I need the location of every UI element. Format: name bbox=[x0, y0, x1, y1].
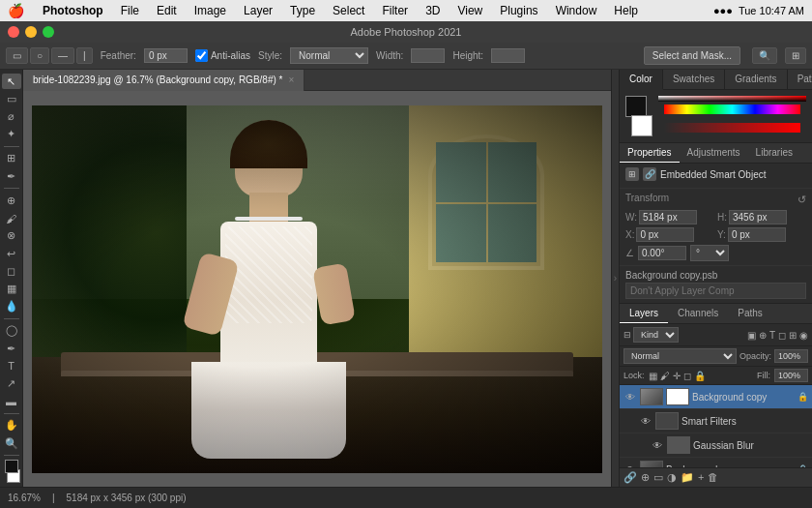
add-style-icon[interactable]: ⊕ bbox=[641, 471, 650, 484]
angle-select[interactable]: ° bbox=[690, 245, 729, 261]
eraser-tool[interactable]: ◻ bbox=[2, 263, 21, 279]
tab-paths[interactable]: Paths bbox=[728, 304, 772, 323]
width-transform-input[interactable] bbox=[639, 210, 697, 224]
lock-all-icon[interactable]: 🔒 bbox=[694, 371, 706, 381]
tab-layers[interactable]: Layers bbox=[620, 304, 668, 323]
marquee-tool[interactable]: ▭ bbox=[2, 91, 21, 106]
filter-shape-icon[interactable]: ◻ bbox=[778, 330, 786, 341]
stamp-tool[interactable]: ⊗ bbox=[2, 228, 21, 244]
layer-item[interactable]: 👁 Background copy 🔒 bbox=[620, 385, 812, 409]
hand-tool[interactable]: ✋ bbox=[2, 418, 21, 433]
tab-adjustments[interactable]: Adjustments bbox=[680, 143, 748, 163]
apple-menu[interactable]: 🍎 bbox=[8, 3, 24, 18]
blend-mode-select[interactable]: Normal Multiply Screen bbox=[624, 348, 737, 364]
tab-libraries[interactable]: Libraries bbox=[748, 143, 800, 163]
menu-image[interactable]: Image bbox=[191, 4, 229, 17]
layer-item[interactable]: 👁 Gaussian Blur bbox=[620, 433, 812, 458]
hue-slider[interactable] bbox=[664, 105, 800, 114]
height-input[interactable] bbox=[491, 48, 525, 63]
menu-view[interactable]: View bbox=[454, 4, 485, 17]
rectangular-marquee-btn[interactable]: ▭ bbox=[6, 47, 28, 64]
filter-smart-icon[interactable]: ⊞ bbox=[789, 330, 797, 341]
filter-pixel-icon[interactable]: ▣ bbox=[747, 330, 756, 341]
gradient-tool[interactable]: ▦ bbox=[2, 281, 21, 296]
tab-properties[interactable]: Properties bbox=[620, 143, 680, 163]
anti-alias-checkbox[interactable]: Anti-alias bbox=[195, 49, 250, 62]
quick-select-tool[interactable]: ✦ bbox=[2, 127, 21, 142]
reset-transform-icon[interactable]: ↺ bbox=[798, 194, 806, 206]
menu-file[interactable]: File bbox=[118, 4, 142, 17]
fill-input[interactable] bbox=[774, 369, 808, 382]
select-mask-button[interactable]: Select and Mask... bbox=[644, 46, 740, 65]
adjustment-layer-icon[interactable]: ◑ bbox=[667, 471, 677, 484]
tab-color[interactable]: Color bbox=[620, 70, 663, 90]
canvas-wrapper[interactable] bbox=[23, 91, 611, 487]
blur-tool[interactable]: 💧 bbox=[2, 299, 21, 314]
search-button[interactable]: 🔍 bbox=[752, 47, 777, 64]
delete-layer-icon[interactable]: 🗑 bbox=[708, 471, 718, 484]
alpha-slider[interactable] bbox=[664, 123, 800, 133]
new-layer-icon[interactable]: + bbox=[698, 471, 704, 484]
minimize-button[interactable] bbox=[25, 26, 37, 38]
foreground-swatch[interactable] bbox=[625, 96, 647, 117]
menu-3d[interactable]: 3D bbox=[422, 4, 443, 17]
tab-channels[interactable]: Channels bbox=[668, 304, 728, 323]
document-tab[interactable]: bride-1082239.jpg @ 16.7% (Background co… bbox=[23, 70, 304, 91]
layer-visibility-toggle[interactable]: 👁 bbox=[639, 414, 652, 428]
tab-close-button[interactable]: × bbox=[288, 75, 294, 85]
layer-visibility-toggle[interactable]: 👁 bbox=[624, 390, 637, 403]
panel-collapse[interactable]: › bbox=[611, 70, 619, 487]
move-tool[interactable]: ↖ bbox=[2, 74, 21, 89]
single-col-btn[interactable]: | bbox=[76, 47, 93, 64]
menu-select[interactable]: Select bbox=[330, 4, 367, 17]
angle-input[interactable] bbox=[638, 246, 686, 260]
height-transform-input[interactable] bbox=[729, 210, 787, 224]
tab-gradients[interactable]: Gradients bbox=[725, 70, 787, 89]
menu-edit[interactable]: Edit bbox=[154, 4, 180, 17]
type-tool[interactable]: T bbox=[2, 358, 21, 374]
single-row-btn[interactable]: — bbox=[51, 47, 74, 64]
feather-input[interactable] bbox=[144, 48, 188, 63]
lasso-tool[interactable]: ⌀ bbox=[2, 109, 21, 125]
background-swatch[interactable] bbox=[631, 115, 652, 136]
pen-tool[interactable]: ✒ bbox=[2, 341, 21, 356]
history-brush[interactable]: ↩ bbox=[2, 246, 21, 261]
layer-visibility-toggle[interactable]: 👁 bbox=[651, 438, 664, 452]
width-input[interactable] bbox=[411, 48, 445, 63]
group-icon[interactable]: 📁 bbox=[681, 471, 694, 484]
filter-adjust-icon[interactable]: ⊕ bbox=[759, 330, 767, 341]
y-transform-input[interactable] bbox=[728, 227, 786, 242]
brush-tool[interactable]: 🖌 bbox=[2, 210, 21, 225]
foreground-color[interactable] bbox=[5, 460, 18, 473]
menu-type[interactable]: Type bbox=[287, 4, 318, 17]
opacity-input[interactable] bbox=[774, 349, 808, 363]
layer-item[interactable]: 👁 Smart Filters bbox=[620, 409, 812, 433]
layer-comp-input[interactable] bbox=[625, 283, 806, 299]
crop-tool[interactable]: ⊞ bbox=[2, 151, 21, 166]
menu-layer[interactable]: Layer bbox=[241, 4, 276, 17]
healing-tool[interactable]: ⊕ bbox=[2, 193, 21, 208]
menu-filter[interactable]: Filter bbox=[379, 4, 411, 17]
lock-transparent-icon[interactable]: ▦ bbox=[649, 371, 657, 381]
filter-type-icon[interactable]: T bbox=[769, 330, 775, 341]
mask-icon[interactable]: ▭ bbox=[653, 471, 663, 484]
tab-patterns[interactable]: Patterns bbox=[788, 70, 812, 89]
dodge-tool[interactable]: ◯ bbox=[2, 323, 21, 339]
tab-swatches[interactable]: Swatches bbox=[663, 70, 725, 89]
lock-artboard-icon[interactable]: ◻ bbox=[683, 371, 691, 381]
window-controls[interactable] bbox=[8, 26, 54, 38]
menu-plugins[interactable]: Plugins bbox=[497, 4, 540, 17]
menu-window[interactable]: Window bbox=[553, 4, 600, 17]
elliptical-marquee-btn[interactable]: ○ bbox=[30, 47, 49, 64]
arrange-button[interactable]: ⊞ bbox=[785, 47, 806, 64]
shape-tool[interactable]: ▬ bbox=[2, 394, 21, 409]
eyedropper-tool[interactable]: ✒ bbox=[2, 168, 21, 184]
filter-toggle[interactable]: ◉ bbox=[799, 330, 808, 341]
maximize-button[interactable] bbox=[43, 26, 54, 38]
lock-image-icon[interactable]: 🖌 bbox=[660, 371, 670, 381]
color-spectrum[interactable] bbox=[658, 96, 806, 102]
style-select[interactable]: Normal Fixed Ratio Fixed Size bbox=[290, 47, 368, 64]
layer-item[interactable]: 👁 Background 🔒 bbox=[620, 458, 812, 467]
app-menu-photoshop[interactable]: Photoshop bbox=[40, 4, 106, 17]
filter-kind-select[interactable]: Kind bbox=[633, 327, 679, 343]
